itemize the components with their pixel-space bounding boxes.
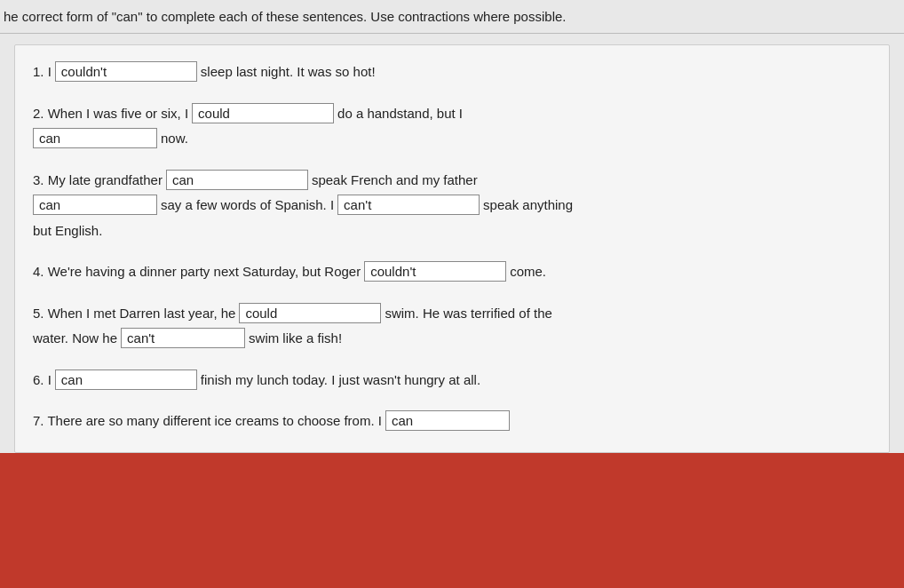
sentence-block-2: 2. When I was five or six, I do a handst… [33,101,871,152]
sentence-block-5: 5. When I met Darren last year, he swim.… [33,301,871,352]
text-3b: speak French and my father [312,168,478,194]
sentence-line-5a: 5. When I met Darren last year, he swim.… [33,301,871,327]
sentence-line-2b: now. [33,126,871,152]
sentence-line-6: 6. I finish my lunch today. I just wasn'… [33,368,871,393]
sentence-block-7: 7. There are so many different ice cream… [33,409,871,434]
input-5b[interactable] [121,328,245,348]
input-1[interactable] [55,61,197,82]
text-2c: now. [161,126,188,152]
text-2a: 2. When I was five or six, I [33,101,188,127]
text-3e: but English. [33,219,102,244]
text-3c: say a few words of Spanish. I [161,193,334,219]
sentence-line-7: 7. There are so many different ice cream… [33,409,871,434]
sentence-line-1: 1. I sleep last night. It was so hot! [33,60,871,85]
text-4a: 4. We're having a dinner party next Satu… [33,259,361,285]
sentence-line-2a: 2. When I was five or six, I do a handst… [33,101,871,127]
sentence-block-1: 1. I sleep last night. It was so hot! [33,60,871,85]
exercise-box: 1. I sleep last night. It was so hot! 2.… [14,44,890,453]
sentence-line-3a: 3. My late grandfather speak French and … [33,168,871,194]
input-2a[interactable] [192,103,334,123]
text-4b: come. [510,259,546,285]
input-5a[interactable] [239,303,381,323]
input-2b[interactable] [33,128,157,148]
sentence-line-3b: say a few words of Spanish. I speak anyt… [33,193,871,219]
sentence-line-5b: water. Now he swim like a fish! [33,326,871,352]
text-5d: swim like a fish! [249,326,342,352]
text-6a: 6. I [33,368,52,393]
sentence-line-3c: but English. [33,219,871,244]
sentence-block-4: 4. We're having a dinner party next Satu… [33,259,871,285]
text-5c: water. Now he [33,326,117,352]
text-5a: 5. When I met Darren last year, he [33,301,235,327]
main-container: he correct form of "can" to complete eac… [0,0,904,453]
input-3a[interactable] [166,170,308,190]
instruction-bar: he correct form of "can" to complete eac… [0,0,904,34]
instruction-text: he correct form of "can" to complete eac… [4,9,566,24]
input-7[interactable] [385,410,510,431]
sentence-line-4: 4. We're having a dinner party next Satu… [33,259,871,285]
text-2b: do a handstand, but I [337,101,463,127]
text-3a: 3. My late grandfather [33,168,163,194]
text-1a: 1. I [33,60,52,85]
text-5b: swim. He was terrified of the [385,301,551,327]
input-3b[interactable] [33,195,157,215]
text-1b: sleep last night. It was so hot! [201,60,376,85]
sentence-block-6: 6. I finish my lunch today. I just wasn'… [33,368,871,393]
input-4[interactable] [364,261,506,282]
text-3d: speak anything [483,193,573,219]
input-6[interactable] [55,369,197,390]
sentence-block-3: 3. My late grandfather speak French and … [33,168,871,244]
text-7a: 7. There are so many different ice cream… [33,409,382,434]
text-6b: finish my lunch today. I just wasn't hun… [201,368,480,393]
input-3c[interactable] [337,195,480,215]
